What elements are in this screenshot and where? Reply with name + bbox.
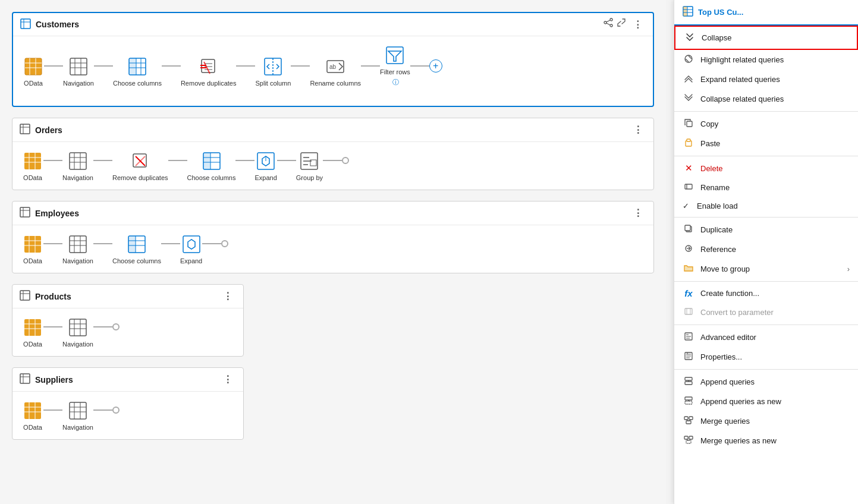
expand-icon[interactable]: [617, 18, 626, 31]
step-odata-products: OData: [22, 317, 43, 348]
svg-rect-152: [686, 440, 691, 443]
connector: [44, 65, 63, 67]
merge-queries-icon: [683, 415, 694, 427]
svg-rect-120: [687, 139, 690, 141]
divider-1: [674, 111, 858, 112]
svg-rect-54: [203, 153, 210, 169]
suppliers-controls: ⋮: [219, 373, 236, 386]
menu-item-merge-queries[interactable]: Merge queries: [674, 411, 858, 431]
svg-rect-83: [183, 236, 200, 253]
add-step-btn-customers[interactable]: +: [429, 59, 442, 73]
step-choose-col-customers: Choose columns: [113, 56, 162, 87]
menu-item-rename[interactable]: Rename: [674, 178, 858, 197]
step-end-products: [112, 323, 120, 330]
svg-rect-127: [685, 308, 692, 314]
orders-more-icon[interactable]: ⋮: [630, 123, 646, 137]
products-more-icon[interactable]: ⋮: [219, 289, 236, 303]
top-us-tab[interactable]: Top US Cu...: [674, 0, 858, 26]
duplicate-icon: [683, 224, 694, 235]
connector: [323, 160, 342, 161]
svg-rect-118: [687, 121, 692, 127]
orders-controls: ⋮: [630, 123, 646, 137]
step-navigation-employees: Navigation: [62, 234, 93, 264]
svg-point-3: [610, 18, 612, 21]
fx-icon: fx: [683, 288, 694, 298]
menu-item-delete[interactable]: ✕ Delete: [674, 159, 858, 178]
share-icon[interactable]: [604, 18, 613, 31]
query-card-products: Products ⋮ OData Navigation: [12, 284, 244, 357]
step-choose-col-employees: Choose columns: [112, 234, 161, 264]
products-controls: ⋮: [219, 289, 236, 303]
svg-rect-142: [685, 397, 692, 400]
suppliers-more-icon[interactable]: ⋮: [219, 373, 236, 386]
connector: [43, 410, 62, 411]
customers-header: Customers ⋮: [13, 13, 653, 36]
menu-item-highlight-related[interactable]: Highlight related queries: [674, 50, 858, 70]
connector: [162, 65, 181, 67]
svg-rect-143: [685, 401, 692, 404]
create-function-label: Create function...: [700, 289, 759, 298]
menu-item-append-queries-new[interactable]: Append queries as new: [674, 392, 858, 411]
query-card-orders: Orders ⋮ OData Navigation: [12, 118, 654, 190]
expand-related-label: Expand related queries: [700, 75, 780, 84]
customers-table-icon: [20, 18, 31, 31]
menu-item-create-function[interactable]: fx Create function...: [674, 284, 858, 303]
delete-icon: ✕: [683, 163, 694, 174]
menu-item-duplicate[interactable]: Duplicate: [674, 220, 858, 240]
duplicate-label: Duplicate: [700, 225, 733, 234]
copy-label: Copy: [700, 119, 718, 128]
svg-rect-147: [686, 421, 691, 424]
enable-load-check: ✓: [680, 201, 691, 210]
step-expand-orders: Expand: [254, 150, 276, 181]
svg-rect-150: [684, 436, 688, 439]
connector: [93, 160, 112, 161]
properties-icon: [683, 351, 694, 363]
orders-table-icon: [20, 124, 30, 136]
collapse-related-label: Collapse related queries: [700, 94, 784, 103]
enable-load-label: Enable load: [697, 201, 738, 210]
expand-related-icon: [683, 74, 694, 85]
svg-line-6: [606, 20, 610, 22]
paste-icon: [683, 138, 694, 149]
step-navigation-suppliers: Navigation: [62, 400, 93, 431]
append-queries-new-icon: [683, 396, 694, 407]
menu-item-append-queries[interactable]: Append queries: [674, 372, 858, 392]
menu-item-collapse-related[interactable]: Collapse related queries: [674, 89, 858, 109]
menu-item-collapse[interactable]: Collapse: [674, 26, 858, 50]
collapse-related-icon: [683, 93, 694, 105]
employees-header: Employees ⋮: [12, 201, 653, 225]
customers-more-icon[interactable]: ⋮: [630, 18, 646, 31]
employees-steps: OData Navigation Choose columns: [12, 225, 653, 273]
reference-label: Reference: [700, 245, 736, 254]
divider-5: [674, 325, 858, 325]
orders-header: Orders ⋮: [12, 118, 653, 142]
svg-rect-97: [20, 374, 30, 383]
menu-item-merge-queries-new[interactable]: Merge queries as new: [674, 431, 858, 451]
menu-item-copy[interactable]: Copy: [674, 114, 858, 134]
employees-more-icon[interactable]: ⋮: [630, 206, 646, 220]
menu-item-reference[interactable]: Reference: [674, 240, 858, 259]
menu-item-properties[interactable]: Properties...: [674, 347, 858, 367]
connector: [410, 65, 429, 67]
products-title: Products: [35, 292, 71, 301]
connector: [161, 243, 180, 244]
svg-rect-100: [24, 402, 41, 419]
menu-item-move-to-group[interactable]: Move to group ›: [674, 259, 858, 279]
menu-item-expand-related[interactable]: Expand related queries: [674, 70, 858, 89]
menu-item-advanced-editor[interactable]: Advanced editor: [674, 327, 858, 347]
connector: [43, 243, 62, 244]
divider-3: [674, 217, 858, 218]
products-table-icon: [20, 290, 30, 303]
menu-item-paste[interactable]: Paste: [674, 134, 858, 153]
menu-item-enable-load[interactable]: ✓ Enable load: [674, 197, 858, 215]
context-menu-panel: Top US Cu... Collapse Highlight related …: [674, 0, 858, 504]
svg-rect-145: [684, 417, 688, 420]
step-remove-dup-customers: Remove duplicates: [181, 56, 237, 87]
svg-rect-105: [70, 402, 86, 419]
highlight-related-label: Highlight related queries: [700, 55, 784, 64]
step-rename-col-customers: ab Rename columns: [310, 56, 361, 87]
products-header: Products ⋮: [12, 285, 243, 308]
svg-rect-111: [683, 7, 687, 16]
folder-icon: [683, 263, 694, 275]
svg-rect-45: [70, 153, 86, 169]
